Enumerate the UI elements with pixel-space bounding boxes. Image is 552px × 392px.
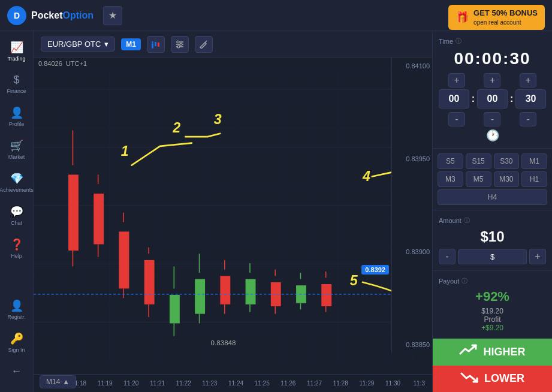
seconds-plus-button[interactable]: + [520,73,536,88]
time-label-11: 11:28 [327,380,354,387]
svg-rect-49 [321,284,331,306]
back-icon: ← [11,365,22,378]
sidebar-label-signin: Sign In [8,347,25,353]
price-label-1: 0.84100 [394,62,430,70]
payout-info-icon: ⓘ [461,277,467,285]
time-label-14: 11:3 [406,380,432,387]
settings-button[interactable] [171,36,189,53]
current-price-tag: 0.8392 [361,265,389,275]
trading-icon: 📈 [10,41,23,54]
lower-button[interactable]: LOWER [433,366,552,393]
preset-s5[interactable]: S5 [438,153,463,169]
bonus-button[interactable]: 🎁 GET 50% BONUS open real account [448,5,545,30]
sidebar-item-back[interactable]: ← [2,360,32,382]
preset-m5[interactable]: M5 [466,171,491,187]
payout-panel: Payout ⓘ +92% $19.20 Profit +$9.20 [433,271,552,339]
payout-panel-label: Payout ⓘ [439,277,546,285]
lower-trend-icon [460,370,478,387]
sidebar-label-chat: Chat [11,220,22,226]
preset-h1[interactable]: H1 [521,171,547,187]
svg-text:1: 1 [121,143,129,159]
timeframe-badge[interactable]: M1 [121,38,141,50]
payout-profit-label: Profit [439,315,546,324]
right-panel: Time ⓘ 00:00:30 + + + 00 : 00 : 30 - - - [432,31,552,392]
amount-minus-button[interactable]: - [439,249,456,264]
time-label-4: 11:21 [144,380,171,387]
currency-selector[interactable]: $ [458,249,527,264]
finance-icon: $ [13,74,19,86]
candlestick-chart: 1 2 3 4 5 [34,58,432,374]
help-icon: ❓ [10,238,23,251]
chart-type-button[interactable] [147,36,165,53]
svg-rect-25 [119,231,129,288]
amount-panel-label: Amount ⓘ [439,216,546,225]
svg-rect-22 [93,194,104,244]
seconds-minus-button[interactable]: - [520,112,536,126]
payout-amount: $19.20 [439,307,546,315]
price-axis: 0.84100 0.83950 0.83900 0.83850 [391,58,432,353]
sidebar-item-chat[interactable]: 💬 Chat [2,200,32,231]
time-panel-label: Time ⓘ [439,37,546,46]
bonus-text: GET 50% BONUS open real account [473,8,538,26]
time-colon-1: : [472,94,475,104]
sidebar-item-registration[interactable]: 👤 Registr. [2,294,32,325]
sidebar-item-help[interactable]: ❓ Help [2,233,32,264]
time-label-3: 11:20 [118,380,144,387]
amount-plus-button[interactable]: + [529,249,546,264]
clock-icon: 🕐 [486,129,499,142]
preset-m30[interactable]: M30 [494,171,520,187]
minutes-minus-button[interactable]: - [484,112,500,126]
preset-s15[interactable]: S15 [466,153,491,169]
pair-name: EUR/GBP OTC [47,40,101,49]
pair-selector[interactable]: EUR/GBP OTC ▾ [41,37,115,52]
star-button[interactable]: ★ [103,6,122,25]
time-display: 00:00:30 [439,49,546,68]
svg-rect-12 [34,70,432,361]
svg-rect-37 [220,276,230,304]
hours-minus-button[interactable]: - [448,112,465,126]
sidebar: 📈 Trading $ Finance 👤 Profile 🛒 Market 💎… [0,31,34,392]
svg-point-8 [177,41,179,43]
amount-display: $10 [439,228,546,245]
time-axis: 11:17 11:18 11:19 11:20 11:21 11:22 11:2… [34,374,432,392]
svg-rect-28 [144,260,155,304]
time-labels: 11:17 11:18 11:19 11:20 11:21 11:22 11:2… [34,380,432,387]
sidebar-item-signin[interactable]: 🔑 Sign In [2,327,32,358]
time-label-12: 11:29 [354,380,380,387]
higher-button[interactable]: HIGHER [433,339,552,366]
amount-panel: Amount ⓘ $10 - $ + [433,210,552,271]
plus-row: + + + [439,73,546,88]
minutes-plus-button[interactable]: + [484,73,500,88]
time-label-8: 11:25 [249,380,275,387]
higher-label: HIGHER [483,346,525,358]
hours-plus-button[interactable]: + [448,73,465,88]
svg-rect-31 [170,295,180,324]
sidebar-item-market[interactable]: 🛒 Market [2,134,32,165]
preset-m1[interactable]: M1 [521,153,547,169]
minus-row: - - - [439,112,546,126]
sidebar-item-profile[interactable]: 👤 Profile [2,101,32,132]
price-label-4: 0.83850 [394,341,430,348]
svg-rect-0 [152,44,153,48]
seconds-input[interactable]: 30 [515,89,546,108]
time-label-5: 11:22 [170,380,197,387]
time-label-10: 11:27 [301,380,328,387]
profile-icon: 👤 [10,106,23,119]
logo: D PocketOption [7,6,93,25]
minutes-input[interactable]: 00 [477,89,508,108]
sidebar-item-finance[interactable]: $ Finance [2,69,32,99]
tf-bottom-selector[interactable]: M14 ▲ [40,375,76,388]
hours-input[interactable]: 00 [439,89,469,108]
sidebar-item-trading[interactable]: 📈 Trading [2,36,32,67]
chat-icon: 💬 [10,205,23,218]
sidebar-label-trading: Trading [7,56,25,62]
preset-h4[interactable]: H4 [438,189,547,205]
time-label-2: 11:19 [92,380,118,387]
preset-s30[interactable]: S30 [494,153,520,169]
svg-point-10 [177,46,180,48]
draw-button[interactable] [195,36,213,53]
sidebar-label-profile: Profile [9,121,25,127]
preset-m3[interactable]: M3 [438,171,463,187]
sidebar-item-achievements[interactable]: 💎 Achievements [2,167,32,198]
pair-dropdown-icon: ▾ [104,40,108,49]
